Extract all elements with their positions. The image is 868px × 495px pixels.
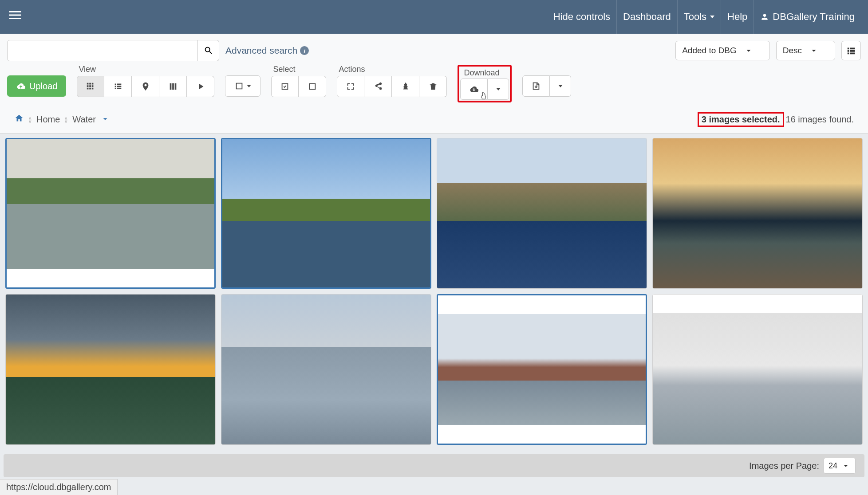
chevron-down-icon [809,46,819,55]
gallery [0,134,868,449]
caret-down-icon [247,85,251,87]
play-icon [196,82,205,91]
breadcrumb: ⟫ Home ⟫ Water 3 images selected. 16 ima… [7,108,861,133]
view-slideshow-button[interactable] [187,76,214,97]
breadcrumb-sep-icon: ⟫ [64,116,68,123]
images-per-page-select[interactable]: 24 [824,458,856,474]
thumbnail[interactable] [221,294,431,445]
select-all-button[interactable] [271,76,299,97]
advanced-search-link[interactable]: Advanced search i [225,45,309,56]
home-icon[interactable] [14,114,24,126]
list-icon [113,82,123,91]
select-none-button[interactable] [299,76,326,97]
sort-order-label: Desc [783,46,802,55]
caret-down-icon [558,85,563,87]
search-icon [204,46,213,55]
nav-dashboard[interactable]: Dashboard [616,0,677,34]
cursor-pointer-icon [479,91,489,104]
breadcrumb-sep-icon: ⟫ [28,116,32,123]
share-button[interactable] [364,76,392,97]
nav-help[interactable]: Help [721,0,754,34]
select-group: Select [271,65,326,97]
select-label: Select [273,65,326,74]
info-icon: i [300,46,309,55]
nav-user-label: DBGallery Training [773,11,855,23]
upload-label: Upload [29,81,57,91]
thumbnail[interactable] [652,138,863,289]
thumbnail[interactable] [652,294,863,445]
found-count: 16 images found. [786,114,854,125]
grid-icon [86,82,95,91]
select-options-button[interactable] [225,75,260,97]
select-group-wrap [225,75,260,97]
control-bar: Advanced search i Added to DBG Desc Uplo… [0,34,868,134]
export-button[interactable] [522,75,550,97]
caret-down-icon [710,16,714,18]
cloud-download-icon [469,84,479,94]
selected-count: 3 images selected. [698,112,784,127]
fullscreen-button[interactable] [337,76,364,97]
empty-square-icon [308,82,317,91]
upload-button[interactable]: Upload [7,75,66,97]
download-label: Download [462,67,509,79]
actions-label: Actions [339,65,447,74]
columns-icon [168,82,178,91]
user-icon [760,12,769,21]
nav-right: Hide controls Dashboard Tools Help DBGal… [547,0,861,34]
control-row-tools: Upload View Select [7,65,861,108]
download-options-button[interactable] [488,79,509,100]
sort-field-label: Added to DBG [682,46,737,55]
thumbnail[interactable] [5,294,216,445]
search-input[interactable] [7,40,198,61]
caret-down-icon [496,88,501,90]
share-icon [373,82,383,91]
breadcrumb-home[interactable]: Home [36,114,60,125]
cloud-upload-icon [16,81,26,91]
nav-user[interactable]: DBGallery Training [754,0,861,34]
thumbnail[interactable] [437,138,647,289]
view-map-button[interactable] [132,76,159,97]
view-list-button[interactable] [104,76,132,97]
square-icon [234,81,244,91]
chevron-down-icon [841,461,851,471]
status-text: 3 images selected. 16 images found. [698,112,854,127]
expand-icon [346,82,355,91]
thumbnail[interactable] [437,294,647,445]
advanced-search-label: Advanced search [225,45,297,56]
delete-button[interactable] [419,76,447,97]
export-group [522,75,571,97]
trash-icon [428,82,438,91]
chevron-down-icon[interactable] [100,114,110,125]
nav-hide-controls[interactable]: Hide controls [547,0,616,34]
actions-group: Actions [337,65,447,97]
images-per-page-value: 24 [829,461,837,471]
images-per-page-label: Images per Page: [749,461,819,471]
search-group [7,40,219,61]
footer-bar: Images per Page: 24 [4,454,864,477]
map-pin-icon [141,82,150,91]
nav-tools-label: Tools [684,11,706,23]
status-bar-url: https://cloud.dbgallery.com [0,479,118,495]
view-grid-button[interactable] [77,76,104,97]
check-square-icon [280,82,290,91]
view-label: View [79,65,214,74]
thumbnail[interactable] [221,138,431,289]
export-icon [531,81,541,91]
search-button[interactable] [198,40,219,61]
tree-icon [401,82,410,91]
view-columns-button[interactable] [159,76,187,97]
menu-hamburger-icon[interactable] [7,7,23,27]
thumbnail[interactable] [5,138,216,289]
sort-field-select[interactable]: Added to DBG [675,41,770,60]
download-group: Download [458,65,512,102]
view-group: View [77,65,214,97]
export-options-button[interactable] [550,75,571,97]
nav-tools[interactable]: Tools [677,0,721,34]
tag-button[interactable] [392,76,419,97]
breadcrumb-current[interactable]: Water [72,114,96,125]
sort-order-select[interactable]: Desc [776,41,835,60]
list-icon [846,46,856,55]
top-nav: Hide controls Dashboard Tools Help DBGal… [0,0,868,34]
view-toggle-button[interactable] [841,41,861,60]
control-row-search: Advanced search i Added to DBG Desc [7,40,861,61]
